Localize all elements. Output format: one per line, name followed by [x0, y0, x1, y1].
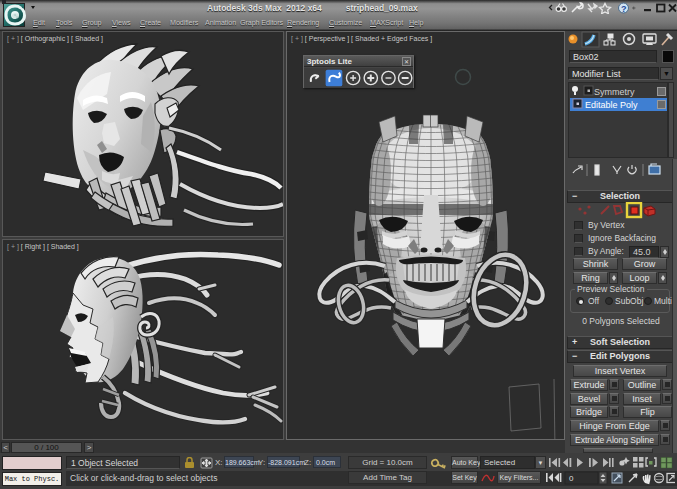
svg-text:?: ? [621, 4, 627, 14]
svg-text:0: 0 [569, 474, 574, 483]
